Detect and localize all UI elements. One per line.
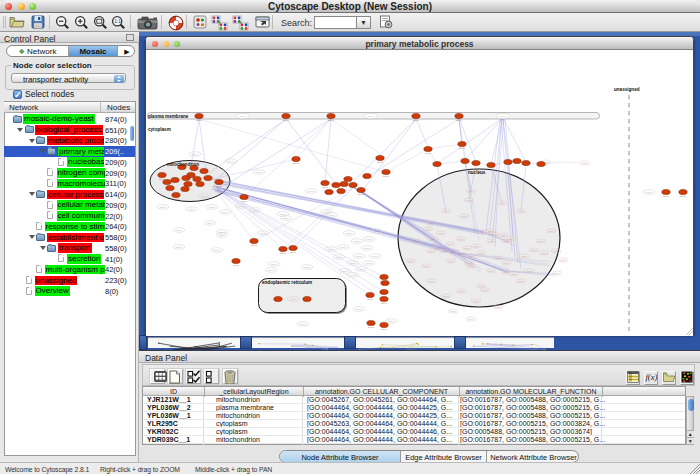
svg-text:xxxx-x: xxxx-x (491, 233, 497, 235)
svg-text:xxxx-x: xxxx-x (368, 326, 375, 328)
svg-text:xxxx-x: xxxx-x (216, 185, 223, 187)
svg-text:xxxx-x: xxxx-x (408, 260, 414, 262)
svg-text:xxxx-x: xxxx-x (381, 328, 388, 330)
svg-text:xxxx-x: xxxx-x (358, 268, 365, 270)
svg-text:xxxx-x: xxxx-x (521, 255, 527, 257)
svg-text:mitochondrion: mitochondrion (167, 162, 199, 167)
svg-text:xxxx-x: xxxx-x (209, 206, 216, 208)
svg-text:xxxx-x: xxxx-x (283, 217, 290, 219)
svg-text:xxxx-x: xxxx-x (461, 215, 467, 217)
svg-text:xxxx-x: xxxx-x (531, 249, 537, 251)
svg-text:xxxx-x: xxxx-x (366, 262, 373, 264)
svg-text:xxxx-x: xxxx-x (582, 162, 588, 164)
svg-text:xxxx-x: xxxx-x (481, 231, 487, 233)
svg-text:xxxx-x: xxxx-x (468, 190, 474, 192)
svg-text:xxxx-x: xxxx-x (364, 247, 371, 249)
svg-text:xxxx-x: xxxx-x (488, 270, 494, 272)
svg-text:nucleus: nucleus (468, 170, 486, 175)
svg-text:xxxx-x: xxxx-x (160, 206, 167, 208)
svg-text:xxxx-x: xxxx-x (342, 270, 349, 272)
svg-text:xxxx-x: xxxx-x (271, 263, 278, 265)
svg-text:xxxx-x: xxxx-x (473, 245, 479, 247)
svg-text:xxxx-x: xxxx-x (560, 259, 566, 261)
svg-text:xxxx-x: xxxx-x (541, 252, 547, 254)
svg-text:xxxx-x: xxxx-x (381, 280, 388, 282)
svg-text:xxxx-x: xxxx-x (488, 230, 494, 232)
svg-text:xxxx-x: xxxx-x (526, 270, 532, 272)
svg-text:xxxx-x: xxxx-x (548, 230, 554, 232)
svg-text:endoplasmic reticulum: endoplasmic reticulum (262, 280, 312, 285)
svg-text:xxxx-x: xxxx-x (222, 211, 229, 213)
svg-text:xxxx-x: xxxx-x (207, 222, 214, 224)
svg-text:xxxx-x: xxxx-x (441, 250, 447, 252)
svg-text:xxxx-x: xxxx-x (356, 255, 363, 257)
svg-text:xxxx-x: xxxx-x (450, 251, 456, 253)
svg-text:xxxx-x: xxxx-x (377, 161, 384, 163)
svg-text:xxxx-x: xxxx-x (189, 208, 196, 210)
svg-text:xxxx-x: xxxx-x (468, 255, 474, 257)
svg-text:xxxx-x: xxxx-x (450, 310, 456, 312)
svg-text:xxxx-x: xxxx-x (329, 214, 336, 216)
svg-text:xxxx-x: xxxx-x (176, 246, 183, 248)
svg-text:xxxx-x: xxxx-x (503, 271, 509, 273)
svg-text:xxxx-x: xxxx-x (447, 243, 453, 245)
svg-text:xxxx-x: xxxx-x (508, 238, 514, 240)
svg-text:xxxx-x: xxxx-x (260, 232, 267, 234)
svg-text:xxxx-x: xxxx-x (290, 251, 297, 253)
svg-text:xxxx-x: xxxx-x (473, 300, 479, 302)
svg-text:xxxx-x: xxxx-x (201, 195, 208, 197)
svg-text:xxxx-x: xxxx-x (413, 240, 419, 242)
svg-text:xxxx-x: xxxx-x (214, 249, 221, 251)
svg-text:xxxx-x: xxxx-x (366, 238, 373, 240)
svg-text:xxxx-x: xxxx-x (283, 119, 290, 121)
svg-text:xxxx-x: xxxx-x (448, 260, 454, 262)
svg-text:xxxx-x: xxxx-x (443, 295, 449, 297)
svg-text:xxxx-x: xxxx-x (438, 232, 444, 234)
svg-text:xxxx-x: xxxx-x (458, 290, 464, 292)
svg-text:xxxx-x: xxxx-x (350, 262, 357, 264)
svg-text:xxxx-x: xxxx-x (233, 264, 240, 266)
svg-text:xxxx-x: xxxx-x (238, 205, 245, 207)
svg-text:xxxx-x: xxxx-x (430, 238, 436, 240)
svg-text:xxxx-x: xxxx-x (256, 171, 263, 173)
svg-text:xxxx-x: xxxx-x (501, 234, 507, 236)
svg-text:xxxx-x: xxxx-x (372, 255, 379, 257)
svg-text:xxxx-x: xxxx-x (495, 306, 501, 308)
svg-text:xxx-x: xxx-x (500, 115, 506, 117)
svg-text:xxxx-x: xxxx-x (251, 244, 258, 246)
svg-text:xxxx-x: xxxx-x (413, 119, 420, 121)
svg-text:xxxx-x: xxxx-x (192, 153, 199, 155)
svg-text:xxxx-x: xxxx-x (518, 280, 524, 282)
svg-text:xxxx-x: xxxx-x (358, 193, 365, 195)
svg-text:xxxx-x: xxxx-x (428, 280, 434, 282)
svg-text:xxxx-x: xxxx-x (336, 256, 343, 258)
svg-text:xxxx-x: xxxx-x (381, 302, 388, 304)
svg-text:xxxx-x: xxxx-x (466, 199, 472, 201)
svg-text:xxxx-x: xxxx-x (268, 269, 275, 271)
svg-text:xxxx-x: xxxx-x (425, 152, 432, 154)
svg-text:xxxx-x: xxxx-x (425, 228, 431, 230)
svg-text:xxxx-x: xxxx-x (219, 231, 226, 233)
svg-text:xxxx-x: xxxx-x (663, 195, 670, 197)
svg-text:xxx-x: xxx-x (368, 115, 374, 117)
svg-text:xxxx-x: xxxx-x (241, 200, 248, 202)
svg-text:xxxx-x: xxxx-x (280, 213, 287, 215)
svg-text:xxxx-x: xxxx-x (340, 246, 347, 248)
svg-text:xxxx-x: xxxx-x (458, 238, 464, 240)
svg-text:xxxx-x: xxxx-x (428, 222, 434, 224)
svg-text:xxxx-x: xxxx-x (495, 257, 501, 259)
svg-text:xxxx-x: xxxx-x (328, 119, 335, 121)
svg-text:xxxx-x: xxxx-x (219, 234, 226, 236)
svg-text:xxxx-x: xxxx-x (464, 247, 470, 249)
svg-text:plasma membrane: plasma membrane (148, 114, 189, 119)
svg-text:xxxx-x: xxxx-x (290, 298, 297, 300)
svg-text:xxxx-x: xxxx-x (354, 240, 361, 242)
svg-text:xxxx-x: xxxx-x (323, 211, 330, 213)
svg-text:xxxx-x: xxxx-x (173, 198, 180, 200)
svg-text:xxxx-x: xxxx-x (346, 232, 353, 234)
svg-text:xxxx-x: xxxx-x (459, 147, 466, 149)
svg-text:xxxx-x: xxxx-x (228, 160, 235, 162)
svg-text:xxxx-x: xxxx-x (328, 248, 335, 250)
svg-text:xxxx-x: xxxx-x (293, 162, 300, 164)
svg-text:xxxx-x: xxxx-x (478, 285, 484, 287)
